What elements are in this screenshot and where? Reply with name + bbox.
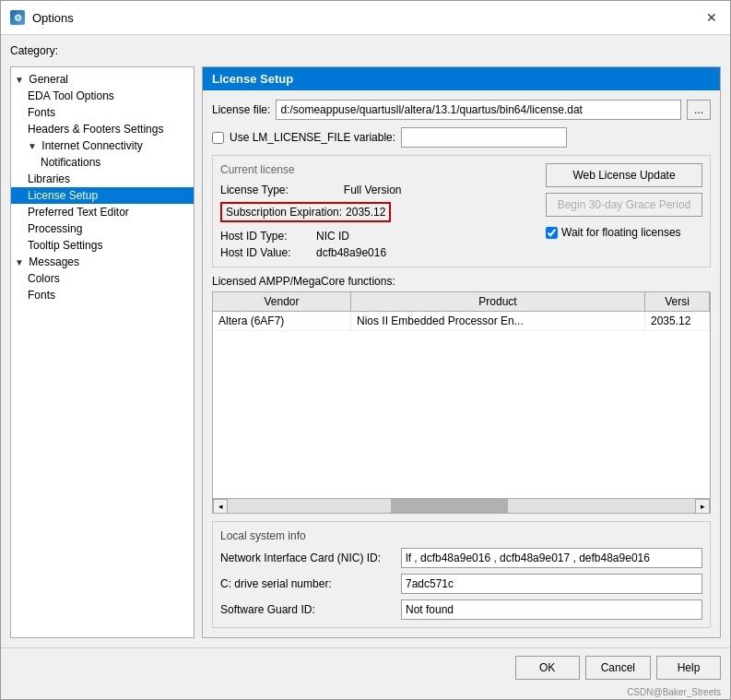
tree-label-license: License Setup xyxy=(28,189,98,202)
panel-content: License file: ... Use LM_LICENSE_FILE va… xyxy=(203,90,720,637)
drive-serial-label: C: drive serial number: xyxy=(220,577,395,590)
subscription-expiry-row: Subscription Expiration: 2035.12 xyxy=(220,202,391,222)
host-id-type-value: NIC ID xyxy=(316,230,349,243)
license-type-label: License Type: xyxy=(220,184,289,196)
cell-product: Nios II Embedded Processor En... xyxy=(351,312,645,330)
software-guard-input[interactable] xyxy=(401,599,702,620)
tree-item-libraries[interactable]: Libraries xyxy=(11,171,194,187)
tree-label-colors: Colors xyxy=(28,272,60,285)
collapse-icon-messages: ▼ xyxy=(15,257,26,267)
grace-period-button[interactable]: Begin 30-day Grace Period xyxy=(546,193,702,217)
host-id-value-value: dcfb48a9e016 xyxy=(316,246,386,259)
tree-item-headers-footers[interactable]: Headers & Footers Settings xyxy=(11,121,194,137)
subscription-expiry-label: Subscription Expiration: xyxy=(226,206,342,219)
cell-vendor: Altera (6AF7) xyxy=(213,312,351,330)
software-guard-label: Software Guard ID: xyxy=(220,603,395,616)
license-type-row: License Type: Full Version xyxy=(220,184,536,196)
main-content: ▼ General EDA Tool Options Fonts Headers… xyxy=(10,66,721,638)
tree-label-general: General xyxy=(29,73,68,86)
tree-item-preferred-text-editor[interactable]: Preferred Text Editor xyxy=(11,204,194,220)
drive-serial-input[interactable] xyxy=(401,574,702,594)
col-header-product: Product xyxy=(351,292,645,311)
license-file-label: License file: xyxy=(212,103,270,116)
help-button[interactable]: Help xyxy=(656,656,721,680)
nic-id-row: Network Interface Card (NIC) ID: xyxy=(220,548,702,568)
tree-item-license-setup[interactable]: License Setup xyxy=(11,187,194,204)
dialog-footer: OK Cancel Help xyxy=(1,647,730,687)
license-buttons: Web License Update Begin 30-day Grace Pe… xyxy=(546,163,702,259)
local-system-info: Local system info Network Interface Card… xyxy=(212,521,711,628)
table-header: Vendor Product Versi xyxy=(213,292,710,312)
panel-title: License Setup xyxy=(203,67,720,90)
tree-item-fonts2[interactable]: Fonts xyxy=(11,287,194,303)
cancel-button[interactable]: Cancel xyxy=(585,656,651,680)
tree-item-eda-tool-options[interactable]: EDA Tool Options xyxy=(11,88,194,104)
subscription-expiry-value: 2035.12 xyxy=(346,206,385,219)
host-id-value-row: Host ID Value: dcfb48a9e016 xyxy=(220,246,536,259)
tree-label-notifications: Notifications xyxy=(41,156,100,169)
license-file-row: License file: ... xyxy=(212,100,711,120)
tree-item-messages[interactable]: ▼ Messages xyxy=(11,254,194,270)
close-button[interactable]: ✕ xyxy=(702,8,721,27)
tree-item-fonts[interactable]: Fonts xyxy=(11,104,194,121)
tree-label-preferred: Preferred Text Editor xyxy=(28,206,129,219)
watermark: CSDN@Baker_Streets xyxy=(1,687,730,699)
tree-item-notifications[interactable]: Notifications xyxy=(11,154,194,171)
tree-item-colors[interactable]: Colors xyxy=(11,270,194,287)
collapse-icon-internet: ▼ xyxy=(28,141,39,151)
tree-item-processing[interactable]: Processing xyxy=(11,220,194,237)
nic-id-input[interactable] xyxy=(401,548,702,568)
tree-label-tooltip: Tooltip Settings xyxy=(28,239,102,252)
cell-version: 2035.12 xyxy=(645,312,710,330)
scroll-thumb[interactable] xyxy=(391,499,508,513)
wait-floating-checkbox[interactable] xyxy=(546,227,558,239)
host-id-value-label: Host ID Value: xyxy=(220,246,312,259)
use-lm-label: Use LM_LICENSE_FILE variable: xyxy=(230,131,395,144)
tree-label-eda: EDA Tool Options xyxy=(28,89,114,102)
web-license-button[interactable]: Web License Update xyxy=(546,163,702,187)
drive-serial-row: C: drive serial number: xyxy=(220,574,702,594)
title-bar: ⚙ Options ✕ xyxy=(1,1,730,35)
licensed-table-container: Vendor Product Versi Altera (6AF7) Nios … xyxy=(212,291,711,514)
licensed-functions-label: Licensed AMPP/MegaCore functions: xyxy=(212,275,711,288)
use-lm-checkbox[interactable] xyxy=(212,132,224,144)
license-type-value: Full Version xyxy=(344,184,402,196)
license-file-input[interactable] xyxy=(276,100,681,120)
tree-label-fonts2: Fonts xyxy=(28,289,55,302)
use-lm-row: Use LM_LICENSE_FILE variable: xyxy=(212,127,711,148)
current-license-box: Current license License Type: Full Versi… xyxy=(212,155,711,267)
tree-label-messages: Messages xyxy=(29,255,79,268)
horizontal-scrollbar[interactable]: ◂ ▸ xyxy=(213,498,710,513)
tree-label-processing: Processing xyxy=(28,222,82,235)
collapse-icon-general: ▼ xyxy=(15,75,26,85)
dialog-title: Options xyxy=(32,11,74,25)
scroll-left-arrow[interactable]: ◂ xyxy=(213,499,228,514)
table-row[interactable]: Altera (6AF7) Nios II Embedded Processor… xyxy=(213,312,710,331)
licensed-section: Licensed AMPP/MegaCore functions: Vendor… xyxy=(212,275,711,514)
ok-button[interactable]: OK xyxy=(515,656,580,680)
wait-row: Wait for floating licenses xyxy=(546,226,702,239)
license-details: Current license License Type: Full Versi… xyxy=(220,163,536,259)
wait-floating-label: Wait for floating licenses xyxy=(561,226,681,239)
dialog-icon: ⚙ xyxy=(10,10,25,25)
tree-label-libraries: Libraries xyxy=(28,172,70,185)
current-license-title: Current license xyxy=(220,163,536,176)
host-id-type-row: Host ID Type: NIC ID xyxy=(220,230,536,243)
tree-label-internet: Internet Connectivity xyxy=(41,139,142,152)
lm-value-input[interactable] xyxy=(401,127,567,148)
table-body: Altera (6AF7) Nios II Embedded Processor… xyxy=(213,312,710,498)
category-label: Category: xyxy=(10,44,721,57)
tree-item-internet-connectivity[interactable]: ▼ Internet Connectivity xyxy=(11,137,194,154)
tree-item-tooltip-settings[interactable]: Tooltip Settings xyxy=(11,237,194,254)
tree-label-fonts: Fonts xyxy=(28,106,55,119)
tree-item-general[interactable]: ▼ General xyxy=(11,71,194,88)
col-header-vendor: Vendor xyxy=(213,292,351,311)
local-system-info-title: Local system info xyxy=(220,529,702,542)
browse-button[interactable]: ... xyxy=(687,100,711,120)
scroll-right-arrow[interactable]: ▸ xyxy=(695,499,710,514)
col-header-version: Versi xyxy=(645,292,710,311)
right-panel: License Setup License file: ... Use LM_L… xyxy=(202,66,721,638)
scroll-track[interactable] xyxy=(228,499,695,513)
software-guard-row: Software Guard ID: xyxy=(220,599,702,620)
tree-panel: ▼ General EDA Tool Options Fonts Headers… xyxy=(10,66,195,638)
